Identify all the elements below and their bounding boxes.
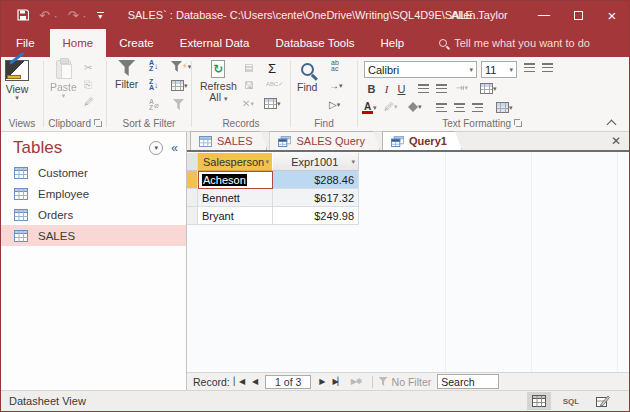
totals-icon[interactable]: Σ	[268, 61, 276, 76]
view-icon	[5, 60, 29, 81]
select-icon[interactable]: ▷ ▾	[329, 99, 340, 110]
gridlines-icon[interactable]: ▾	[480, 83, 497, 94]
font-size-combo[interactable]: 11▾	[481, 61, 517, 78]
cell-salesperson-1[interactable]: Acheson	[198, 171, 273, 189]
cell-salesperson-2[interactable]: Bennett	[198, 189, 273, 207]
design-view-icon[interactable]	[591, 392, 615, 410]
nav-menu-icon[interactable]: ▾	[149, 141, 163, 155]
column-header-expr1001[interactable]: Expr1001 ▾	[273, 153, 359, 171]
underline-button[interactable]: U	[394, 81, 409, 96]
more-records-icon[interactable]: ▾	[264, 98, 281, 109]
font-name-combo[interactable]: Calibri▾	[364, 61, 477, 78]
row-selector[interactable]	[187, 189, 198, 207]
nav-item-customer[interactable]: Customer	[1, 162, 186, 183]
find-button[interactable]: Find	[297, 60, 317, 93]
selection-filter-icon[interactable]: ⚡▾	[171, 61, 191, 72]
tab-home[interactable]: Home	[50, 29, 107, 57]
align-left-icon[interactable]	[436, 103, 447, 112]
replace-icon[interactable]: abac	[331, 60, 339, 72]
window-controls: — ×	[527, 1, 629, 29]
font-color-icon[interactable]: A▾	[362, 101, 377, 114]
nav-item-orders[interactable]: Orders	[1, 204, 186, 225]
cell-salesperson-3[interactable]: Bryant	[198, 207, 273, 225]
tell-me-search[interactable]: Tell me what you want to do	[439, 29, 590, 57]
refresh-all-button[interactable]: ↻ Refresh All ▾	[200, 60, 237, 103]
text-direction-icon[interactable]: ⇥ ▾	[456, 82, 468, 93]
tab-external-data[interactable]: External Data	[167, 29, 263, 57]
datasheet-view-icon[interactable]	[527, 392, 551, 410]
column-header-salesperson[interactable]: Salesperson ▾	[198, 153, 273, 171]
chevron-down-icon[interactable]: ▾	[265, 159, 269, 165]
close-document-icon[interactable]: ✕	[611, 134, 621, 148]
row-selector[interactable]	[187, 171, 198, 189]
nav-item-sales[interactable]: SALES	[1, 225, 186, 246]
align-center-icon[interactable]	[454, 103, 465, 112]
tab-help[interactable]: Help	[368, 29, 418, 57]
bullets-icon[interactable]	[524, 63, 535, 72]
doc-tab-query1[interactable]: Query1	[382, 131, 462, 150]
group-label-clipboard: Clipboard	[48, 118, 91, 129]
chevron-down-icon[interactable]: ▾	[351, 159, 355, 165]
italic-button[interactable]: I	[379, 81, 394, 96]
minimize-button[interactable]: —	[527, 1, 561, 29]
remove-sort-icon[interactable]: AZ⌀	[149, 99, 159, 111]
maximize-button[interactable]	[561, 1, 595, 29]
doc-tab-sales[interactable]: SALES	[190, 131, 267, 150]
increase-indent-icon[interactable]	[436, 84, 447, 93]
row-selector[interactable]	[187, 207, 198, 225]
sort-descending-icon[interactable]: ZA↓	[149, 79, 158, 91]
next-record-icon[interactable]: ▶	[319, 377, 324, 386]
delete-record-icon[interactable]: ✕ ▾	[242, 98, 254, 109]
cut-icon[interactable]: ✂	[84, 62, 92, 73]
doc-tab-sales-query[interactable]: SALES Query	[269, 131, 379, 150]
paste-button[interactable]: Paste ▾	[50, 60, 77, 99]
save-record-icon[interactable]: 🖫	[244, 80, 254, 91]
advanced-filter-icon[interactable]: ▾	[171, 80, 188, 91]
copy-icon[interactable]: ⎘	[84, 79, 92, 91]
alternate-row-color-icon[interactable]: ▾	[496, 102, 513, 113]
record-position[interactable]: 1 of 3	[265, 375, 311, 389]
previous-record-icon[interactable]: ◀	[252, 377, 257, 386]
close-button[interactable]: ×	[595, 1, 629, 29]
new-record-icon[interactable]: ▤	[244, 62, 253, 73]
cell-expr-1[interactable]: $288.46	[273, 171, 359, 189]
highlight-color-icon[interactable]: 🖉 ▾	[384, 101, 398, 112]
new-record-icon[interactable]: ▶✱	[351, 377, 362, 386]
tab-create[interactable]: Create	[106, 29, 167, 57]
nav-pane-title[interactable]: Tables	[13, 138, 149, 158]
shutter-close-icon[interactable]: «	[171, 141, 178, 155]
save-icon[interactable]	[17, 9, 29, 21]
view-button[interactable]: View ▾	[5, 60, 29, 101]
format-painter-icon[interactable]: 🖉	[84, 96, 94, 107]
last-record-icon[interactable]: ▶▏	[332, 377, 342, 386]
collapse-ribbon-icon[interactable]	[608, 121, 617, 126]
spelling-icon[interactable]: ABC✓	[266, 80, 283, 87]
nav-item-employee[interactable]: Employee	[1, 183, 186, 204]
sql-view-icon[interactable]: SQL	[559, 392, 583, 410]
record-search-input[interactable]	[437, 374, 499, 389]
background-color-icon[interactable]: ▾	[408, 102, 422, 112]
undo-icon[interactable]: ↶ ·	[39, 8, 58, 23]
decrease-indent-icon[interactable]	[418, 84, 429, 93]
cell-expr-3[interactable]: $249.98	[273, 207, 359, 225]
tab-database-tools[interactable]: Database Tools	[262, 29, 367, 57]
first-record-icon[interactable]: ▏◀	[234, 377, 244, 386]
tab-file[interactable]: File	[1, 29, 50, 57]
filter-indicator-icon[interactable]	[379, 377, 388, 386]
customize-qat-icon[interactable]: ▾	[97, 12, 104, 19]
filter-button[interactable]: Filter	[115, 60, 138, 90]
cell-expr-2[interactable]: $617.32	[273, 189, 359, 207]
toggle-filter-icon[interactable]	[173, 99, 184, 110]
table-icon	[14, 167, 28, 179]
bold-button[interactable]: B	[364, 81, 379, 96]
numbering-icon[interactable]	[542, 63, 553, 72]
goto-icon[interactable]: → ▾	[329, 80, 343, 91]
signed-in-user[interactable]: Allen Taylor	[451, 9, 508, 21]
dialog-launcher-icon[interactable]	[514, 119, 522, 127]
redo-icon[interactable]: ↷ ·	[68, 8, 87, 23]
align-right-icon[interactable]	[472, 103, 483, 112]
sort-ascending-icon[interactable]: AZ↓	[149, 60, 158, 72]
dialog-launcher-icon[interactable]	[94, 119, 102, 127]
filter-status[interactable]: No Filter	[392, 376, 432, 388]
select-all-corner[interactable]	[187, 153, 198, 171]
